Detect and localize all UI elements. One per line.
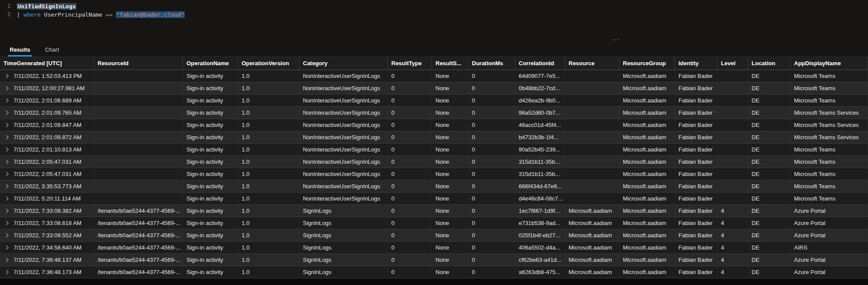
column-header[interactable]: ResultType — [388, 57, 432, 70]
column-header[interactable]: DurationMs — [468, 57, 515, 70]
table-cell: Microsoft.aadiam — [565, 266, 619, 278]
table-cell: 1.0 — [238, 217, 299, 229]
table-row[interactable]: 7/11/2022, 3:35:53.773 AMSign-in activit… — [0, 180, 868, 193]
table-cell: Fabian Bader — [675, 95, 717, 106]
table-cell: Microsoft.aadiam — [619, 242, 675, 253]
table-cell: 315d1b11-35b... — [515, 156, 565, 168]
cell-text: 7/11/2022, 2:01:09.765 AM — [14, 109, 81, 116]
column-header[interactable]: OperationName — [183, 57, 238, 70]
table-cell — [565, 131, 619, 143]
column-header[interactable]: ResourceId — [94, 57, 183, 70]
table-cell: 315d1b11-35b... — [515, 168, 565, 180]
table-cell: NonInteractiveUserSignInLogs — [299, 193, 388, 204]
table-cell: Sign-in activity — [183, 193, 238, 204]
column-header[interactable]: TimeGenerated [UTC] — [0, 57, 94, 70]
row-expander-chevron-icon[interactable] — [4, 233, 9, 238]
row-expander-chevron-icon[interactable] — [4, 99, 9, 103]
table-row[interactable]: 7/11/2022, 7:33:09.552 AM/tenants/b0ae52… — [0, 229, 868, 242]
row-expander-chevron-icon[interactable] — [4, 258, 9, 262]
code-line[interactable]: 2| where UserPrincipalName == "fabian@ba… — [0, 11, 868, 19]
table-cell: 7/11/2022, 7:33:08.618 AM — [0, 217, 94, 229]
row-expander-chevron-icon[interactable] — [4, 184, 9, 189]
tab-chart[interactable]: Chart — [43, 43, 61, 56]
table-cell: Sign-in activity — [183, 254, 238, 266]
row-expander-chevron-icon[interactable] — [4, 160, 9, 164]
row-expander-chevron-icon[interactable] — [4, 86, 9, 91]
query-editor[interactable]: 1UnifiedSignInLogs2| where UserPrincipal… — [0, 0, 868, 37]
table-cell: SignInLogs — [299, 266, 388, 278]
column-header[interactable]: ResultS... — [432, 57, 468, 70]
table-row[interactable]: 7/11/2022, 2:01:06.689 AMSign-in activit… — [0, 95, 868, 107]
column-header[interactable]: AppDisplayName — [791, 57, 868, 70]
table-cell: 0 — [388, 156, 432, 168]
table-cell: Fabian Bader — [675, 144, 717, 155]
table-cell — [94, 70, 183, 82]
table-cell: Fabian Bader — [675, 242, 717, 253]
table-row[interactable]: 7/11/2022, 7:33:08.382 AM/tenants/b0ae52… — [0, 205, 868, 217]
table-row[interactable]: 7/11/2022, 7:36:48.137 AM/tenants/b0ae52… — [0, 254, 868, 266]
table-cell: DE — [748, 131, 791, 143]
table-row[interactable]: 7/11/2022, 5:20:11.114 AMSign-in activit… — [0, 193, 868, 205]
row-expander-chevron-icon[interactable] — [4, 246, 9, 250]
column-header[interactable]: Location — [748, 57, 791, 70]
column-header[interactable]: Resource — [565, 57, 619, 70]
table-cell: Microsoft.aadiam — [619, 107, 675, 119]
row-expander-chevron-icon[interactable] — [4, 270, 9, 274]
table-row[interactable]: 7/11/2022, 12:00:27.981 AMSign-in activi… — [0, 82, 868, 95]
table-cell: 7/11/2022, 2:01:09.872 AM — [0, 131, 94, 143]
table-cell: 1.0 — [238, 144, 299, 155]
table-cell: AIRS — [791, 242, 868, 253]
table-cell: 0 — [388, 168, 432, 180]
pane-splitter[interactable]: … — [0, 37, 868, 43]
table-cell: Azure Portal — [791, 229, 868, 241]
column-header[interactable]: ResourceGroup — [619, 57, 675, 70]
table-row[interactable]: 7/11/2022, 2:01:09.847 AMSign-in activit… — [0, 119, 868, 131]
row-expander-chevron-icon[interactable] — [4, 197, 9, 201]
row-expander-chevron-icon[interactable] — [4, 123, 9, 127]
table-cell: 7/11/2022, 7:33:09.552 AM — [0, 229, 94, 241]
table-cell: Sign-in activity — [183, 82, 238, 94]
table-cell: DE — [748, 217, 791, 229]
row-expander-chevron-icon[interactable] — [4, 135, 9, 140]
table-cell: Microsoft.aadiam — [619, 266, 675, 278]
splitter-handle-icon[interactable]: … — [612, 34, 620, 42]
row-expander-chevron-icon[interactable] — [4, 209, 9, 213]
table-row[interactable]: 7/11/2022, 2:01:09.765 AMSign-in activit… — [0, 107, 868, 119]
table-cell: b4732b3b-1f4... — [515, 131, 565, 143]
table-row[interactable]: 7/11/2022, 2:05:47.031 AMSign-in activit… — [0, 168, 868, 180]
table-cell: 7/11/2022, 5:20:11.114 AM — [0, 193, 94, 204]
cell-text: 7/11/2022, 2:05:47.031 AM — [14, 158, 81, 165]
table-cell: 4 — [717, 229, 748, 241]
table-cell: 7/11/2022, 2:01:09.847 AM — [0, 119, 94, 131]
horizontal-scrollbar-track[interactable] — [0, 278, 868, 285]
column-header[interactable]: Level — [717, 57, 748, 70]
column-header[interactable]: Identity — [675, 57, 717, 70]
table-cell — [565, 95, 619, 106]
row-expander-chevron-icon[interactable] — [4, 111, 9, 115]
code-line[interactable]: 1UnifiedSignInLogs — [0, 2, 868, 11]
table-cell — [565, 193, 619, 204]
table-cell: 0 — [468, 242, 515, 253]
tab-results[interactable]: Results — [8, 43, 32, 56]
column-header[interactable]: OperationVersion — [238, 57, 299, 70]
table-row[interactable]: 7/11/2022, 2:05:47.031 AMSign-in activit… — [0, 156, 868, 168]
row-expander-chevron-icon[interactable] — [4, 74, 9, 78]
table-row[interactable]: 7/11/2022, 7:33:08.618 AM/tenants/b0ae52… — [0, 217, 868, 229]
table-cell: Fabian Bader — [675, 217, 717, 229]
table-row[interactable]: 7/11/2022, 7:34:58.640 AM/tenants/b0ae52… — [0, 242, 868, 254]
table-row[interactable]: 7/11/2022, 2:01:10.813 AMSign-in activit… — [0, 144, 868, 156]
column-header[interactable]: Category — [299, 57, 388, 70]
code-text: UnifiedSignInLogs — [17, 2, 77, 11]
cell-text: 7/11/2022, 2:01:06.689 AM — [14, 97, 81, 104]
table-cell — [94, 95, 183, 106]
row-expander-chevron-icon[interactable] — [4, 148, 9, 152]
table-row[interactable]: 7/11/2022, 2:01:09.872 AMSign-in activit… — [0, 131, 868, 144]
table-cell: Fabian Bader — [675, 180, 717, 192]
table-row[interactable]: 7/11/2022, 7:36:48.173 AM/tenants/b0ae52… — [0, 266, 868, 278]
row-expander-chevron-icon[interactable] — [4, 221, 9, 225]
column-header[interactable]: CorrelationId — [515, 57, 565, 70]
table-cell: 0 — [468, 205, 515, 217]
table-row[interactable]: 7/11/2022, 1:52:03.413 PMSign-in activit… — [0, 70, 868, 82]
table-cell — [565, 156, 619, 168]
row-expander-chevron-icon[interactable] — [4, 172, 9, 176]
